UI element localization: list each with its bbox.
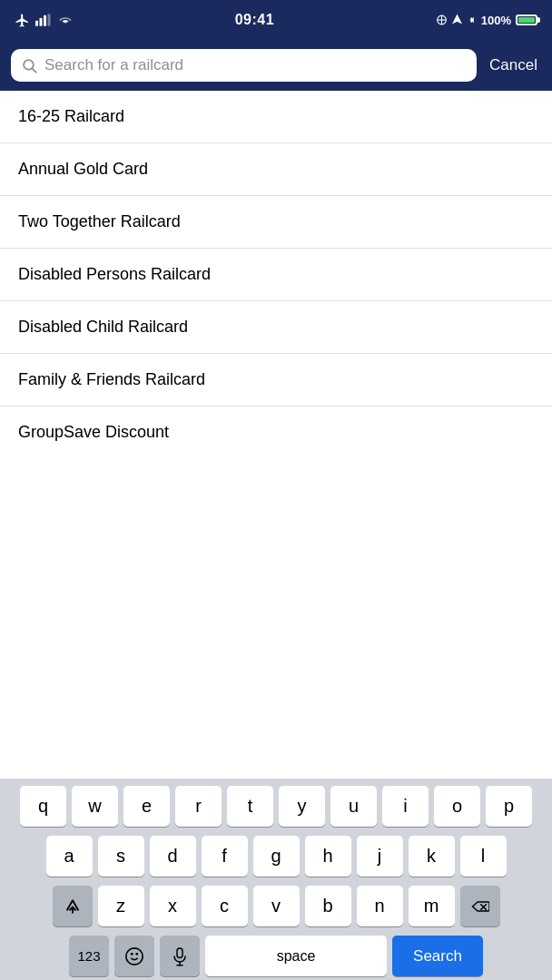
- keyboard-row-3: zxcvbnm: [3, 886, 549, 926]
- svg-line-8: [32, 68, 35, 72]
- railcard-list: 16-25 RailcardAnnual Gold CardTwo Togeth…: [0, 91, 552, 445]
- key-w[interactable]: w: [72, 786, 118, 827]
- key-d[interactable]: d: [150, 836, 196, 877]
- key-t[interactable]: t: [227, 786, 273, 827]
- key-l[interactable]: l: [460, 836, 507, 877]
- key-s[interactable]: s: [98, 836, 144, 877]
- key-b[interactable]: b: [305, 886, 351, 926]
- key-m[interactable]: m: [409, 886, 455, 926]
- key-g[interactable]: g: [253, 836, 300, 877]
- key-r[interactable]: r: [175, 786, 222, 827]
- mic-key[interactable]: [160, 936, 200, 976]
- key-i[interactable]: i: [382, 786, 429, 827]
- svg-point-12: [126, 947, 143, 964]
- key-j[interactable]: j: [357, 836, 403, 877]
- arrow-icon: [452, 14, 462, 26]
- delete-key[interactable]: [460, 886, 500, 926]
- keyboard-bottom-row: 123 space Search: [3, 936, 549, 976]
- search-bar: Cancel: [0, 40, 552, 91]
- key-x[interactable]: x: [150, 886, 196, 926]
- key-h[interactable]: h: [305, 836, 351, 877]
- keyboard-row-1: qwertyuiop: [3, 786, 549, 827]
- airplane-icon: [15, 13, 30, 28]
- list-item[interactable]: Disabled Persons Railcard: [0, 249, 552, 301]
- svg-rect-15: [177, 948, 182, 958]
- signal-icon: [35, 14, 52, 26]
- status-time: 09:41: [235, 12, 274, 28]
- svg-rect-1: [40, 18, 43, 26]
- key-a[interactable]: a: [46, 836, 93, 877]
- space-key[interactable]: space: [205, 936, 387, 976]
- search-input[interactable]: [44, 56, 466, 74]
- key-f[interactable]: f: [202, 836, 248, 877]
- list-item[interactable]: Two Together Railcard: [0, 196, 552, 249]
- list-item[interactable]: Disabled Child Railcard: [0, 301, 552, 354]
- key-c[interactable]: c: [202, 886, 248, 926]
- key-k[interactable]: k: [409, 836, 455, 877]
- svg-rect-3: [48, 14, 51, 26]
- battery-icon: [516, 15, 537, 25]
- key-z[interactable]: z: [98, 886, 144, 926]
- search-key[interactable]: Search: [392, 936, 483, 976]
- location-icon: [436, 14, 448, 26]
- list-item[interactable]: 16-25 Railcard: [0, 91, 552, 143]
- list-item[interactable]: Annual Gold Card: [0, 143, 552, 196]
- list-item[interactable]: GroupSave Discount: [0, 407, 552, 445]
- cancel-button[interactable]: Cancel: [486, 56, 541, 74]
- key-n[interactable]: n: [357, 886, 403, 926]
- key-q[interactable]: q: [20, 786, 66, 827]
- keyboard-row-2: asdfghjkl: [3, 836, 549, 877]
- search-input-wrap[interactable]: [11, 49, 477, 82]
- status-right: 100%: [436, 14, 537, 27]
- key-o[interactable]: o: [434, 786, 480, 827]
- search-icon: [22, 58, 37, 74]
- svg-rect-0: [35, 21, 38, 26]
- svg-rect-2: [44, 15, 46, 26]
- key-u[interactable]: u: [330, 786, 377, 827]
- numbers-key[interactable]: 123: [69, 936, 109, 976]
- wifi-icon: [57, 14, 74, 26]
- emoji-key[interactable]: [114, 936, 154, 976]
- battery-percent: 100%: [481, 14, 511, 27]
- keyboard: qwertyuiop asdfghjkl zxcvbnm 123: [0, 779, 552, 980]
- status-left: [15, 13, 74, 28]
- key-y[interactable]: y: [279, 786, 325, 827]
- key-p[interactable]: p: [486, 786, 532, 827]
- key-e[interactable]: e: [123, 786, 170, 827]
- status-bar: 09:41 100%: [0, 0, 552, 40]
- list-item[interactable]: Family & Friends Railcard: [0, 354, 552, 407]
- bluetooth-icon: [467, 14, 477, 26]
- shift-key[interactable]: [53, 886, 93, 926]
- key-v[interactable]: v: [253, 886, 300, 926]
